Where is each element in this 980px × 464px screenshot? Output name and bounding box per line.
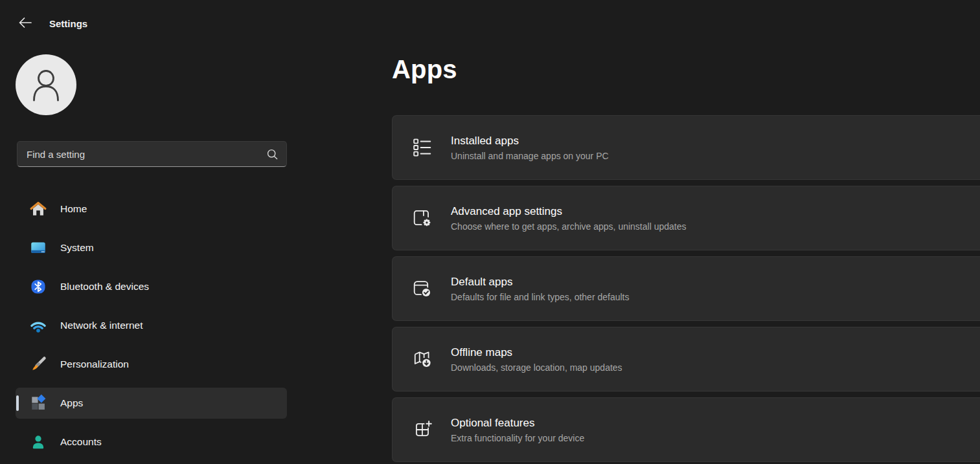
card-subtitle: Downloads, storage location, map updates [451, 362, 622, 373]
back-arrow-icon [17, 15, 33, 32]
user-avatar [16, 54, 76, 115]
card-title: Offline maps [451, 346, 622, 359]
titlebar: Settings [16, 14, 87, 32]
sidebar-item-label: Network & internet [60, 320, 143, 331]
sidebar-item-network[interactable]: Network & internet [16, 310, 287, 341]
network-icon [29, 316, 47, 335]
card-advanced-app-settings[interactable]: Advanced app settings Choose where to ge… [392, 186, 980, 250]
sidebar-item-label: Apps [60, 397, 83, 409]
card-optional-features[interactable]: Optional features Extra functionality fo… [392, 397, 980, 462]
sidebar-item-system[interactable]: System [16, 232, 287, 263]
sidebar-item-home[interactable]: Home [16, 193, 287, 225]
card-subtitle: Extra functionality for your device [451, 433, 584, 443]
installed-apps-icon [412, 137, 433, 158]
person-icon [16, 54, 76, 115]
offline-maps-icon [412, 349, 433, 370]
card-default-apps[interactable]: Default apps Defaults for file and link … [392, 256, 980, 321]
system-icon [29, 239, 47, 257]
sidebar-item-personalization[interactable]: Personalization [16, 349, 287, 380]
personalization-icon [29, 355, 47, 373]
card-subtitle: Uninstall and manage apps on your PC [451, 151, 609, 161]
card-title: Optional features [451, 417, 584, 430]
search-box[interactable] [17, 141, 287, 167]
sidebar-item-label: System [60, 242, 94, 254]
advanced-app-settings-icon [412, 208, 433, 228]
card-title: Advanced app settings [451, 205, 686, 218]
selected-indicator-pill [16, 395, 19, 411]
sidebar-item-label: Home [60, 203, 87, 215]
settings-card-list: Installed apps Uninstall and manage apps… [392, 115, 980, 464]
search-input[interactable] [27, 149, 266, 160]
page-title: Apps [392, 55, 457, 84]
home-icon [29, 200, 47, 218]
bluetooth-icon [29, 278, 47, 296]
card-subtitle: Choose where to get apps, archive apps, … [451, 221, 686, 232]
search-icon [266, 148, 279, 160]
sidebar-item-apps[interactable]: Apps [16, 388, 287, 419]
default-apps-icon [412, 278, 433, 299]
optional-features-icon [412, 419, 433, 440]
sidebar-item-label: Accounts [60, 436, 102, 448]
sidebar-item-bluetooth[interactable]: Bluetooth & devices [16, 271, 287, 302]
card-offline-maps[interactable]: Offline maps Downloads, storage location… [392, 327, 980, 392]
sidebar-nav: Home System Bluetooth & devices Network … [16, 193, 287, 464]
sidebar-item-label: Personalization [60, 359, 129, 370]
card-installed-apps[interactable]: Installed apps Uninstall and manage apps… [392, 115, 980, 180]
accounts-icon [29, 433, 47, 451]
app-title: Settings [49, 18, 87, 29]
sidebar-item-accounts[interactable]: Accounts [16, 426, 287, 458]
sidebar-item-label: Bluetooth & devices [60, 281, 149, 293]
card-subtitle: Defaults for file and link types, other … [451, 292, 629, 302]
back-button[interactable] [16, 14, 34, 32]
apps-icon [29, 394, 47, 412]
card-title: Installed apps [451, 135, 609, 148]
card-title: Default apps [451, 276, 629, 289]
